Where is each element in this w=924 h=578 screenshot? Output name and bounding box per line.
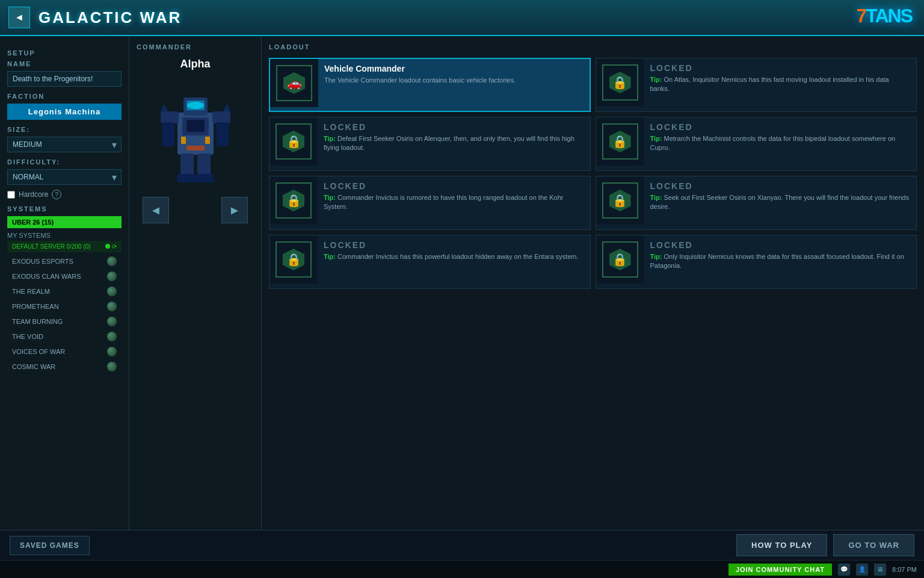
svg-rect-13 bbox=[196, 174, 214, 182]
loadout-card-icon: 🔒 bbox=[270, 235, 318, 284]
svg-rect-12 bbox=[177, 174, 196, 182]
tip-label: Tip: bbox=[650, 135, 664, 142]
default-server-row[interactable]: DEFAULT SERVER 0/200 (0) ⟳ bbox=[7, 241, 122, 252]
chat-icon[interactable]: 💬 bbox=[838, 564, 850, 576]
how-to-play-button[interactable]: HOW TO PLAY bbox=[736, 534, 827, 556]
loadout-icon-inner: 🔒 bbox=[602, 182, 638, 219]
planet-icon bbox=[107, 272, 117, 281]
system-list-item[interactable]: PROMETHEAN bbox=[7, 299, 122, 314]
loadout-card-text: LOCKED Tip: Seek out First Seeker Osiris… bbox=[644, 176, 917, 217]
system-list-item[interactable]: EXODUS ESPORTS bbox=[7, 254, 122, 269]
difficulty-select[interactable]: NORMAL EASY HARD bbox=[7, 169, 122, 185]
system-name: TEAM BURNING bbox=[12, 318, 63, 325]
name-input[interactable] bbox=[7, 71, 122, 87]
lock-icon: 🔒 bbox=[612, 252, 627, 267]
tip-label: Tip: bbox=[650, 253, 664, 260]
loadout-icon-inner: 🔒 bbox=[276, 182, 312, 219]
loadout-tip: Tip: On Atlas, Inquisitor Nemicus has th… bbox=[650, 75, 911, 94]
footer-right: HOW TO PLAY GO TO WAR bbox=[736, 534, 914, 556]
loadout-card[interactable]: 🔒 LOCKED Tip: Metrarch the Machinist con… bbox=[596, 117, 917, 171]
server-dot bbox=[105, 244, 110, 249]
loadout-locked-label: LOCKED bbox=[324, 122, 584, 132]
loadout-icon-shape: 🔒 bbox=[609, 72, 631, 93]
statusbar: JOIN COMMUNITY CHAT 💬 👤 🖥 8:07 PM bbox=[0, 560, 924, 578]
difficulty-select-wrap: NORMAL EASY HARD bbox=[7, 169, 122, 185]
planet-icon bbox=[107, 287, 117, 296]
loadout-tip: Tip: Only Inquisitor Nemicus knows the d… bbox=[650, 252, 911, 271]
planet-icon bbox=[107, 317, 117, 326]
system-list-item[interactable]: THE REALM bbox=[7, 284, 122, 299]
screen-icon: 🖥 bbox=[874, 564, 886, 576]
lock-icon: 🔒 bbox=[286, 193, 301, 208]
loadout-card[interactable]: 🔒 LOCKED Tip: Commander Invictus is rumo… bbox=[269, 176, 591, 230]
loadout-icon-shape: 🔒 bbox=[609, 131, 631, 152]
name-label: NAME bbox=[7, 60, 122, 67]
my-systems-link[interactable]: MY SYSTEMS bbox=[7, 230, 122, 241]
loadout-icon-shape: 🔒 bbox=[609, 249, 631, 270]
svg-rect-16 bbox=[186, 146, 205, 151]
loadout-card[interactable]: 🔒 LOCKED Tip: Defeat First Seeker Osiris… bbox=[269, 117, 591, 171]
loadout-card[interactable]: 🔒 LOCKED Tip: Only Inquisitor Nemicus kn… bbox=[596, 235, 917, 289]
loadout-card[interactable]: 🔒 LOCKED Tip: On Atlas, Inquisitor Nemic… bbox=[596, 58, 917, 112]
loadout-card[interactable]: 🚗 Vehicle Commander The Vehicle Commande… bbox=[269, 58, 591, 112]
planet-icon bbox=[107, 256, 117, 266]
loadout-name: Vehicle Commander bbox=[324, 64, 584, 73]
prev-commander-button[interactable]: ◄ bbox=[143, 197, 169, 223]
loadout-desc: The Vehicle Commander loadout contains b… bbox=[324, 76, 584, 85]
loadout-card-icon: 🔒 bbox=[270, 117, 318, 166]
loadout-panel: LOADOUT 🚗 Vehicle Commander The Vehicle … bbox=[262, 36, 924, 530]
system-list-item[interactable]: VOICES OF WAR bbox=[7, 344, 122, 359]
difficulty-label: DIFFICULTY: bbox=[7, 158, 122, 166]
size-label: SIZE: bbox=[7, 126, 122, 133]
back-button[interactable]: ◄ bbox=[8, 7, 30, 28]
loadout-card-text: LOCKED Tip: On Atlas, Inquisitor Nemicus… bbox=[644, 58, 917, 99]
svg-rect-8 bbox=[162, 122, 174, 146]
loadout-tip: Tip: Commander Invictus is rumored to ha… bbox=[324, 193, 584, 212]
next-commander-button[interactable]: ► bbox=[221, 197, 248, 223]
system-name: EXODUS CLAN WARS bbox=[12, 273, 81, 280]
hardcore-label: Hardcore bbox=[19, 190, 48, 199]
header: ◄ GALACTIC WAR 7TANS bbox=[0, 0, 924, 36]
loadout-card-text: LOCKED Tip: Commander Invictus is rumore… bbox=[318, 176, 590, 217]
system-name: THE VOID bbox=[12, 333, 43, 340]
lock-icon: 🔒 bbox=[286, 134, 301, 149]
loadout-card[interactable]: 🔒 LOCKED Tip: Commander Invictus has thi… bbox=[269, 235, 591, 289]
go-to-war-button[interactable]: GO TO WAR bbox=[833, 534, 914, 556]
system-name: VOICES OF WAR bbox=[12, 348, 65, 355]
loadout-card[interactable]: 🔒 LOCKED Tip: Seek out First Seeker Osir… bbox=[596, 176, 917, 230]
planet-icon bbox=[107, 332, 117, 341]
loadout-section-label: LOADOUT bbox=[269, 43, 917, 51]
loadout-icon-inner: 🔒 bbox=[602, 64, 638, 101]
system-list-item[interactable]: THE VOID bbox=[7, 329, 122, 344]
loadout-card-text: LOCKED Tip: Defeat First Seeker Osiris o… bbox=[318, 117, 590, 158]
saved-games-button[interactable]: SAVED GAMES bbox=[10, 536, 90, 555]
loadout-card-icon: 🔒 bbox=[596, 58, 644, 107]
svg-rect-6 bbox=[161, 111, 179, 123]
svg-rect-14 bbox=[181, 137, 186, 144]
system-list-item[interactable]: COSMIC WAR bbox=[7, 359, 122, 374]
commander-image bbox=[147, 76, 244, 185]
planet-icon bbox=[107, 347, 117, 356]
faction-button[interactable]: Legonis Machina bbox=[7, 104, 122, 120]
loadout-icon-shape: 🔒 bbox=[283, 131, 304, 152]
loadout-icon-inner: 🔒 bbox=[602, 241, 638, 278]
system-name: EXODUS ESPORTS bbox=[12, 258, 73, 265]
loadout-card-text: Vehicle Commander The Vehicle Commander … bbox=[318, 59, 590, 90]
community-chat-button[interactable]: JOIN COMMUNITY CHAT bbox=[728, 564, 832, 576]
system-name: COSMIC WAR bbox=[12, 363, 55, 370]
loadout-card-icon: 🔒 bbox=[596, 176, 644, 225]
system-list-item[interactable]: TEAM BURNING bbox=[7, 314, 122, 329]
loadout-tip: Tip: Defeat First Seeker Osiris on Alenq… bbox=[324, 134, 584, 153]
hardcore-help-icon[interactable]: ? bbox=[52, 190, 61, 199]
system-list-item[interactable]: EXODUS CLAN WARS bbox=[7, 269, 122, 284]
loadout-locked-label: LOCKED bbox=[324, 240, 584, 250]
loadout-grid: 🚗 Vehicle Commander The Vehicle Commande… bbox=[269, 58, 917, 289]
loadout-icon-inner: 🔒 bbox=[276, 123, 312, 160]
hardcore-checkbox[interactable] bbox=[7, 191, 15, 199]
loadout-locked-label: LOCKED bbox=[324, 181, 584, 191]
svg-rect-2 bbox=[186, 120, 205, 132]
size-select[interactable]: MEDIUM SMALL LARGE HUGE bbox=[7, 137, 122, 152]
loadout-icon-shape: 🔒 bbox=[283, 249, 304, 270]
loadout-card-text: LOCKED Tip: Only Inquisitor Nemicus know… bbox=[644, 235, 917, 276]
svg-rect-9 bbox=[217, 122, 229, 146]
